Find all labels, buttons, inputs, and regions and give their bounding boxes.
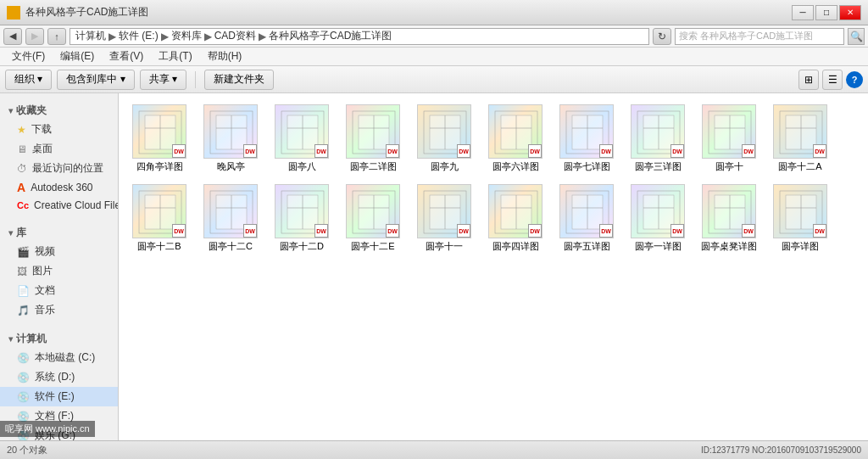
file-type-icon: DW	[742, 224, 755, 238]
menu-view[interactable]: 查看(V)	[103, 48, 150, 65]
file-thumbnail: DW	[702, 184, 756, 238]
file-name: 圆亭十二D	[280, 240, 324, 252]
refresh-button[interactable]: ↻	[653, 28, 671, 45]
forward-button[interactable]: ▶	[25, 28, 44, 45]
sidebar-item-label: 下载	[31, 122, 52, 137]
file-thumbnail: DW	[559, 104, 614, 159]
up-button[interactable]: ↑	[47, 28, 66, 45]
file-item[interactable]: DW圆亭九	[410, 100, 478, 176]
file-item[interactable]: DW圆亭十	[695, 100, 763, 176]
file-name: 圆亭十二B	[137, 240, 181, 252]
path-cad[interactable]: CAD资料	[214, 29, 256, 43]
minimize-button[interactable]: ─	[792, 5, 814, 20]
menu-tools[interactable]: 工具(T)	[152, 48, 198, 65]
back-button[interactable]: ◀	[3, 28, 22, 45]
file-name: 圆亭十	[715, 160, 743, 172]
file-item[interactable]: DW圆亭十一	[410, 180, 478, 256]
file-name: 圆亭八	[288, 160, 316, 172]
address-path[interactable]: 计算机 ▶ 软件 (E:) ▶ 资料库 ▶ CAD资料 ▶ 各种风格亭子CAD施…	[70, 28, 649, 45]
sidebar-item-label: 桌面	[32, 142, 53, 156]
file-thumbnail: DW	[488, 184, 542, 238]
path-drive[interactable]: 软件 (E:)	[119, 29, 159, 43]
menu-help[interactable]: 帮助(H)	[201, 48, 249, 65]
sidebar-item-c[interactable]: 💿 本地磁盘 (C:)	[0, 348, 118, 367]
drive-d-icon: 💿	[17, 372, 30, 383]
sidebar-item-recent[interactable]: ⏱ 最近访问的位置	[0, 159, 118, 178]
file-thumbnail: DW	[346, 104, 400, 159]
drive-c-icon: 💿	[17, 352, 30, 364]
file-thumbnail: DW	[203, 104, 258, 159]
sidebar-item-e[interactable]: 💿 软件 (E:)	[0, 387, 118, 406]
sidebar-item-image[interactable]: 🖼 图片	[0, 261, 118, 281]
content-area: DW四角亭详图DW晚风亭DW圆亭八DW圆亭二详图DW圆亭九DW圆亭六详图DW圆亭…	[119, 93, 868, 440]
sidebar-item-autodesk[interactable]: A Autodesk 360	[0, 178, 118, 197]
file-item[interactable]: DW圆亭四详图	[481, 180, 549, 256]
file-name: 四角亭详图	[136, 160, 183, 172]
file-item[interactable]: DW圆亭桌凳详图	[695, 180, 763, 256]
search-icon[interactable]: 🔍	[848, 28, 865, 45]
share-button[interactable]: 共享 ▾	[140, 70, 186, 90]
help-button[interactable]: ?	[846, 71, 863, 88]
library-title: 库	[16, 226, 26, 240]
file-item[interactable]: DW圆亭十二B	[125, 180, 193, 256]
file-thumbnail: DW	[631, 104, 685, 159]
view-list-button[interactable]: ☰	[822, 70, 843, 90]
sidebar-item-label: Creative Cloud File	[34, 199, 118, 211]
file-type-icon: DW	[172, 224, 186, 238]
file-item[interactable]: DW圆亭五详图	[553, 180, 620, 256]
favorites-section: ▾ 收藏夹	[0, 98, 118, 120]
file-item[interactable]: DW圆亭十二A	[766, 100, 834, 176]
file-item[interactable]: DW圆亭八	[268, 100, 336, 176]
file-item[interactable]: DW圆亭十二C	[197, 180, 264, 256]
file-item[interactable]: DW晚风亭	[197, 100, 264, 176]
close-button[interactable]: ✕	[839, 5, 861, 20]
window-title: 各种风格亭子CAD施工详图	[25, 5, 148, 20]
file-type-icon: DW	[314, 144, 328, 158]
autodesk-icon: A	[17, 181, 25, 194]
file-item[interactable]: DW圆亭十二E	[339, 180, 407, 256]
divider2	[0, 320, 118, 327]
sidebar-item-d[interactable]: 💿 系统 (D:)	[0, 367, 118, 387]
file-item[interactable]: DW圆亭一详图	[624, 180, 692, 256]
file-type-icon: DW	[599, 144, 613, 158]
file-item[interactable]: DW圆亭二详图	[339, 100, 407, 176]
maximize-button[interactable]: □	[815, 5, 837, 20]
sidebar-item-label: 文档	[35, 283, 55, 298]
sidebar-item-doc[interactable]: 📄 文档	[0, 281, 118, 300]
organize-button[interactable]: 组织 ▾	[5, 70, 52, 90]
sidebar-item-label: 本地磁盘 (C:)	[35, 350, 95, 365]
sidebar-item-cc[interactable]: Cc Creative Cloud File	[0, 197, 118, 214]
file-thumbnail: DW	[275, 184, 329, 238]
sidebar-item-label: 视频	[35, 244, 55, 259]
file-count: 20 个对象	[7, 444, 47, 456]
path-folder[interactable]: 各种风格亭子CAD施工详图	[269, 29, 392, 43]
menu-file[interactable]: 文件(F)	[5, 48, 52, 65]
sidebar-item-label: 音乐	[35, 303, 55, 317]
sidebar-item-music[interactable]: 🎵 音乐	[0, 300, 118, 320]
file-item[interactable]: DW圆亭详图	[766, 180, 834, 256]
new-folder-button[interactable]: 新建文件夹	[204, 70, 274, 90]
file-item[interactable]: DW四角亭详图	[125, 100, 193, 176]
path-lib[interactable]: 资料库	[171, 29, 202, 43]
image-icon: 🖼	[17, 266, 27, 277]
file-item[interactable]: DW圆亭六详图	[481, 100, 549, 176]
sidebar-item-video[interactable]: 🎬 视频	[0, 242, 118, 261]
toolbar: 组织 ▾ 包含到库中 ▾ 共享 ▾ 新建文件夹 ⊞ ☰ ?	[0, 66, 868, 93]
file-item[interactable]: DW圆亭十二D	[268, 180, 336, 256]
file-name: 圆亭详图	[782, 240, 819, 252]
path-computer[interactable]: 计算机	[75, 29, 106, 43]
view-toggle-button[interactable]: ⊞	[798, 70, 819, 90]
video-icon: 🎬	[17, 246, 30, 258]
sidebar-item-download[interactable]: ★ 下载	[0, 120, 118, 139]
search-input[interactable]: 搜索 各种风格亭子CAD施工详图	[675, 28, 844, 45]
file-thumbnail: DW	[132, 104, 186, 159]
include-button[interactable]: 包含到库中 ▾	[57, 70, 134, 90]
file-item[interactable]: DW圆亭三详图	[624, 100, 692, 176]
file-thumbnail: DW	[631, 184, 685, 238]
sidebar-item-desktop[interactable]: 🖥 桌面	[0, 139, 118, 159]
menu-edit[interactable]: 编辑(E)	[53, 48, 101, 65]
file-item[interactable]: DW圆亭七详图	[553, 100, 620, 176]
file-name: 圆亭七详图	[564, 160, 610, 172]
file-type-icon: DW	[457, 144, 470, 158]
file-thumbnail: DW	[417, 104, 471, 159]
